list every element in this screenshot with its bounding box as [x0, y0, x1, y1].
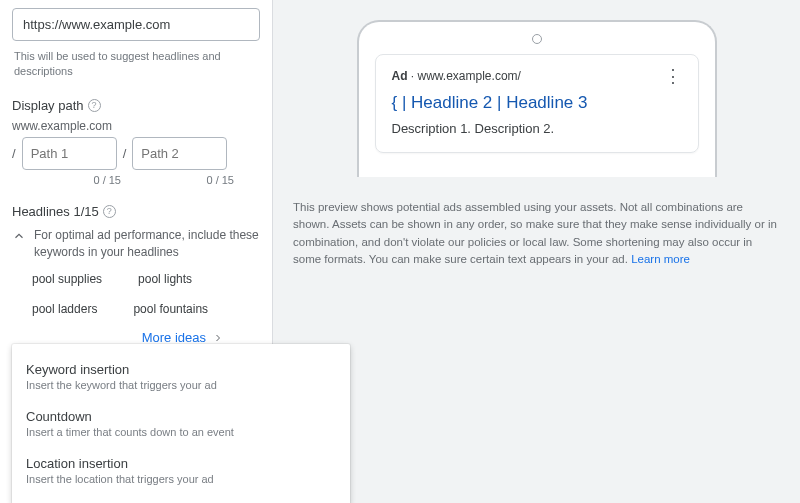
chevron-right-icon [212, 332, 224, 344]
dropdown-item-location-insertion[interactable]: Location insertion Insert the location t… [12, 448, 350, 495]
kebab-menu-icon[interactable]: ⋮ [664, 72, 682, 81]
ad-top-row: Ad · www.example.com/ ⋮ [392, 69, 682, 83]
ad-preview-headlines: { | Headline 2 | Headline 3 [392, 93, 682, 113]
ad-label-text: Ad [392, 69, 408, 83]
dropdown-item-countdown[interactable]: Countdown Insert a timer that counts dow… [12, 401, 350, 448]
display-path-row: / / [12, 137, 260, 170]
path2-counter: 0 / 15 [139, 174, 234, 186]
headlines-section-label: Headlines 1/15 ? [12, 204, 260, 219]
dropdown-item-title: Location insertion [26, 456, 336, 471]
preview-note: This preview shows potential ads assembl… [293, 199, 780, 268]
help-icon[interactable]: ? [103, 205, 116, 218]
ad-preview-description: Description 1. Description 2. [392, 121, 682, 136]
keyword-chip[interactable]: pool fountains [133, 302, 208, 316]
preview-panel: Ad · www.example.com/ ⋮ { | Headline 2 |… [273, 0, 800, 503]
learn-more-link[interactable]: Learn more [631, 253, 690, 265]
display-domain-text: www.example.com [12, 119, 260, 133]
slash-2: / [123, 146, 127, 161]
keyword-chip[interactable]: pool ladders [32, 302, 97, 316]
display-path-label-text: Display path [12, 98, 84, 113]
keyword-chip[interactable]: pool lights [138, 272, 192, 286]
dropdown-item-desc: Insert the keyword that triggers your ad [26, 379, 336, 391]
slash-1: / [12, 146, 16, 161]
headlines-label-text: Headlines 1/15 [12, 204, 99, 219]
ad-domain: www.example.com/ [418, 69, 521, 83]
help-icon[interactable]: ? [88, 99, 101, 112]
display-path-label: Display path ? [12, 98, 260, 113]
keyword-chips: pool supplies pool lights pool ladders p… [32, 272, 260, 316]
path-counters: 0 / 15 0 / 15 [12, 174, 260, 186]
dropdown-item-desc: Insert a timer that counts down to an ev… [26, 426, 336, 438]
path2-input[interactable] [132, 137, 227, 170]
keyword-chip[interactable]: pool supplies [32, 272, 102, 286]
ad-sep: · [408, 69, 418, 83]
dropdown-item-keyword-insertion[interactable]: Keyword insertion Insert the keyword tha… [12, 354, 350, 401]
device-frame: Ad · www.example.com/ ⋮ { | Headline 2 |… [357, 20, 717, 177]
final-url-helper: This will be used to suggest headlines a… [14, 49, 258, 80]
ad-meta: Ad · www.example.com/ [392, 69, 521, 83]
dropdown-item-desc: Insert the location that triggers your a… [26, 473, 336, 485]
preview-note-text: This preview shows potential ads assembl… [293, 201, 777, 265]
insertion-dropdown: Keyword insertion Insert the keyword tha… [12, 344, 350, 503]
chevron-up-icon[interactable] [12, 229, 26, 243]
dropdown-item-title: Countdown [26, 409, 336, 424]
dropdown-item-title: Keyword insertion [26, 362, 336, 377]
ad-preview-card: Ad · www.example.com/ ⋮ { | Headline 2 |… [375, 54, 699, 153]
headline-suggestion-block: For optimal ad performance, include thes… [12, 227, 260, 261]
headline-suggestion-text: For optimal ad performance, include thes… [34, 227, 260, 261]
path1-counter: 0 / 15 [26, 174, 121, 186]
path1-input[interactable] [22, 137, 117, 170]
final-url-input[interactable] [12, 8, 260, 41]
device-camera-icon [532, 34, 542, 44]
left-editor-panel: This will be used to suggest headlines a… [0, 0, 273, 503]
